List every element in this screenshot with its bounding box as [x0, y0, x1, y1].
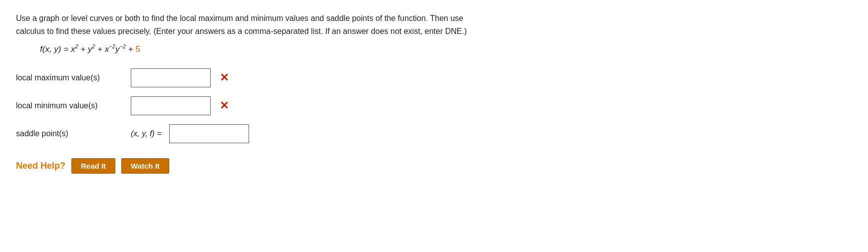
saddle-eq-label: (x, y, f) =	[131, 129, 161, 138]
need-help-label: Need Help?	[16, 161, 65, 171]
local-maximum-wrong-icon: ✕	[220, 71, 229, 84]
local-maximum-input[interactable]	[131, 68, 211, 87]
read-it-button[interactable]: Read It	[71, 158, 115, 174]
instruction-line1: Use a graph or level curves or both to f…	[16, 14, 463, 22]
formula-display: f(x, y) = x2 + y2 + x−2y−2 + 5	[40, 43, 852, 54]
input-rows: local maximum value(s) ✕ local minimum v…	[16, 68, 852, 143]
local-minimum-label: local minimum value(s)	[16, 101, 126, 110]
local-maximum-row: local maximum value(s) ✕	[16, 68, 852, 87]
instruction-line2: calculus to find these values precisely.…	[16, 27, 467, 35]
saddle-point-row: saddle point(s) (x, y, f) =	[16, 124, 852, 143]
local-minimum-input[interactable]	[131, 96, 211, 115]
instruction-block: Use a graph or level curves or both to f…	[16, 12, 565, 37]
need-help-section: Need Help? Read It Watch It	[16, 158, 852, 174]
local-minimum-wrong-icon: ✕	[220, 99, 229, 112]
local-minimum-row: local minimum value(s) ✕	[16, 96, 852, 115]
saddle-point-input[interactable]	[169, 124, 249, 143]
local-maximum-label: local maximum value(s)	[16, 73, 126, 82]
saddle-point-label: saddle point(s)	[16, 129, 126, 138]
watch-it-button[interactable]: Watch It	[121, 158, 169, 174]
